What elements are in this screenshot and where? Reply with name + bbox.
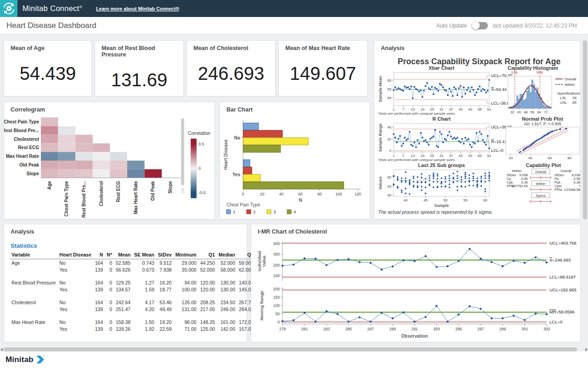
svg-text:13: 13 bbox=[411, 154, 415, 158]
minitab-connect-logo[interactable] bbox=[0, 0, 17, 17]
imr-chart-panel: I-MR Chart of Cholesterol 100200300400UC… bbox=[251, 224, 581, 342]
svg-text:Within: Within bbox=[565, 83, 575, 87]
svg-text:400: 400 bbox=[273, 241, 280, 246]
svg-text:20: 20 bbox=[387, 137, 391, 141]
statistics-heading[interactable]: Statistics bbox=[11, 242, 240, 249]
svg-text:120: 120 bbox=[355, 192, 361, 196]
svg-text:295: 295 bbox=[455, 327, 462, 331]
svg-text:Slope: Slope bbox=[27, 171, 40, 176]
svg-text:60: 60 bbox=[483, 198, 487, 202]
svg-text:137068.58: 137068.58 bbox=[564, 188, 580, 192]
panel-title: Analysis bbox=[4, 224, 247, 235]
svg-text:Overall: Overall bbox=[535, 170, 546, 174]
svg-text:Cholesterol: Cholesterol bbox=[14, 137, 39, 142]
svg-text:Overall: Overall bbox=[565, 77, 577, 81]
correlogram-heatmap: Chest Pain TypeRest Blood Pre...Choleste… bbox=[4, 114, 214, 217]
svg-text:Specifications: Specifications bbox=[557, 91, 580, 95]
svg-text:289: 289 bbox=[389, 327, 396, 331]
panel-title: Bar Chart bbox=[220, 102, 370, 113]
column-header: Median bbox=[217, 251, 237, 259]
svg-text:55: 55 bbox=[387, 87, 391, 91]
svg-text:200: 200 bbox=[273, 287, 280, 291]
svg-text:7: 7 bbox=[402, 107, 405, 112]
scroll-left-arrow-icon[interactable] bbox=[0, 348, 3, 351]
svg-text:Values: Values bbox=[378, 177, 383, 190]
svg-text:4: 4 bbox=[294, 209, 296, 214]
svg-text:25: 25 bbox=[430, 154, 434, 158]
table-row: Yes1390251.474.2049.49131.00217.00249.00… bbox=[10, 306, 282, 312]
column-header: Heart Disease bbox=[57, 251, 93, 259]
svg-text:Within: Within bbox=[536, 182, 546, 186]
kpi-card-mean-cholesterol: Mean of Cholesterol 246.693 bbox=[187, 40, 276, 96]
scroll-right-arrow-icon[interactable] bbox=[585, 348, 588, 351]
svg-text:7: 7 bbox=[402, 154, 405, 158]
svg-text:UCL=192.965: UCL=192.965 bbox=[549, 287, 577, 292]
sync-gear-icon bbox=[3, 2, 15, 15]
correlogram-panel: Correlogram Chest Pain TypeRest Blood Pr… bbox=[4, 102, 215, 219]
toggle-knob bbox=[471, 21, 480, 30]
page-footer: Minitab bbox=[0, 351, 588, 368]
svg-text:0: 0 bbox=[242, 192, 244, 196]
column-header: Mean bbox=[114, 251, 132, 259]
svg-text:Yes: Yes bbox=[232, 172, 241, 177]
column-header: N bbox=[93, 251, 105, 259]
svg-text:293: 293 bbox=[433, 327, 440, 331]
svg-text:285: 285 bbox=[345, 327, 352, 331]
svg-text:X=246.693: X=246.693 bbox=[549, 257, 571, 262]
svg-text:Specs: Specs bbox=[536, 194, 546, 198]
learn-more-link[interactable]: Learn more about Minitab Connect® bbox=[96, 6, 179, 11]
svg-text:Cholesterol: Cholesterol bbox=[99, 181, 104, 206]
svg-text:AD: 1.517, P: < 0.005: AD: 1.517, P: < 0.005 bbox=[524, 122, 561, 126]
svg-text:55: 55 bbox=[478, 107, 482, 112]
auto-update-toggle[interactable] bbox=[472, 22, 488, 29]
bar-chart-panel: Bar Chart 020406080100120NHeart DiseaseN… bbox=[220, 102, 370, 219]
svg-text:37: 37 bbox=[449, 107, 453, 112]
analysis-sixpack-panel: Analysis Process Capability Sixpack Repo… bbox=[374, 40, 581, 219]
svg-text:43: 43 bbox=[458, 107, 463, 112]
svg-text:50: 50 bbox=[276, 312, 280, 316]
svg-text:40: 40 bbox=[528, 156, 532, 160]
svg-text:40: 40 bbox=[387, 125, 391, 129]
svg-text:PPM: PPM bbox=[554, 188, 562, 192]
svg-text:Chest Pain Type: Chest Pain Type bbox=[64, 181, 69, 216]
table-row: Yes1390139.261.9222.5971.00125.00142.001… bbox=[10, 325, 282, 332]
svg-text:49: 49 bbox=[468, 107, 472, 112]
svg-text:48: 48 bbox=[524, 110, 528, 114]
svg-text:40: 40 bbox=[517, 110, 521, 114]
svg-text:60: 60 bbox=[298, 192, 303, 196]
svg-text:Chest Pain Type: Chest Pain Type bbox=[226, 202, 260, 207]
vertical-scrollbar-thumb[interactable] bbox=[583, 40, 587, 219]
svg-text:Sample: Sample bbox=[434, 203, 449, 208]
svg-text:Normal Prob Plot: Normal Prob Plot bbox=[522, 116, 563, 122]
svg-text:60: 60 bbox=[548, 156, 552, 160]
panel-title: Correlogram bbox=[4, 102, 215, 113]
svg-text:UCL=403.766: UCL=403.766 bbox=[549, 240, 577, 245]
svg-text:64: 64 bbox=[537, 110, 541, 114]
svg-text:80: 80 bbox=[317, 192, 322, 196]
svg-text:303: 303 bbox=[543, 327, 550, 331]
svg-text:137752.64: 137752.64 bbox=[512, 184, 528, 188]
horizontal-scrollbar-thumb[interactable] bbox=[4, 347, 577, 351]
kpi-value: 54.439 bbox=[4, 63, 91, 84]
svg-text:45: 45 bbox=[387, 96, 391, 100]
kpi-card-mean-max-heart-rate: Mean of Max Heart Rate 149.607 bbox=[278, 40, 368, 96]
svg-text:Rest ECG: Rest ECG bbox=[18, 145, 39, 150]
kpi-card-mean-rest-bp: Mean of Rest Blood Pressure 131.69 bbox=[95, 40, 184, 96]
svg-text:55: 55 bbox=[464, 198, 468, 202]
svg-text:19: 19 bbox=[420, 107, 424, 112]
svg-text:Old Peak: Old Peak bbox=[19, 162, 39, 167]
svg-text:32: 32 bbox=[510, 110, 514, 114]
svg-text:60: 60 bbox=[387, 175, 391, 179]
svg-text:LCL=89.6197: LCL=89.6197 bbox=[549, 274, 576, 279]
svg-text:300: 300 bbox=[273, 252, 280, 256]
svg-text:150: 150 bbox=[273, 295, 280, 300]
svg-text:0: 0 bbox=[277, 320, 280, 324]
svg-text:R Chart: R Chart bbox=[432, 116, 451, 122]
svg-text:LCL=0: LCL=0 bbox=[549, 319, 562, 324]
svg-text:Tests are performed with unequ: Tests are performed with unequal sample … bbox=[378, 112, 456, 116]
svg-text:Rest ECG: Rest ECG bbox=[116, 181, 121, 202]
svg-text:50: 50 bbox=[443, 198, 447, 202]
svg-text:Chest Pain Type: Chest Pain Type bbox=[4, 119, 39, 124]
svg-text:30: 30 bbox=[387, 193, 391, 197]
svg-text:31: 31 bbox=[440, 107, 444, 112]
